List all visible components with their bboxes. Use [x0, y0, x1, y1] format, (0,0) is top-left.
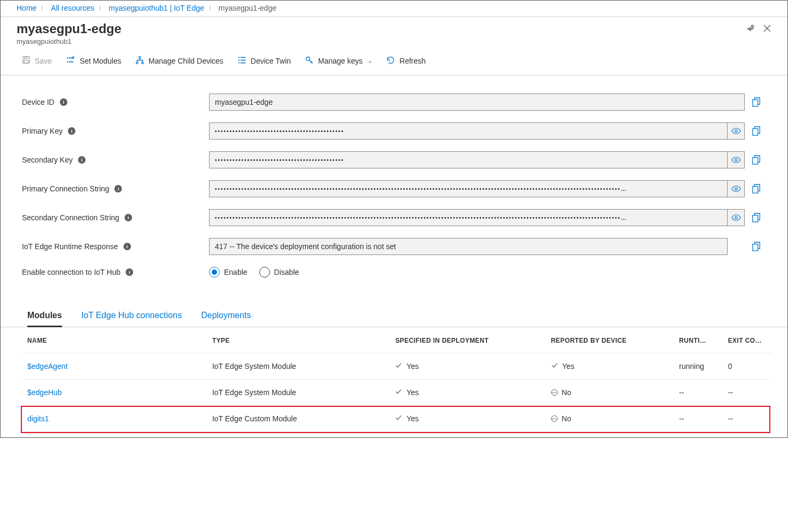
runtime-response-label: IoT Edge Runtime Response	[22, 242, 118, 251]
reported-value: No	[562, 388, 571, 397]
copy-icon[interactable]	[745, 155, 768, 165]
tab-iot-edge-hub-connections[interactable]: IoT Edge Hub connections	[81, 311, 182, 327]
breadcrumb-current: myasegpu1-edge	[219, 4, 276, 12]
svg-rect-14	[238, 62, 240, 63]
copy-icon[interactable]	[745, 97, 768, 107]
specified-value: Yes	[406, 362, 419, 371]
breadcrumb-home[interactable]: Home	[17, 4, 36, 12]
svg-point-9	[142, 61, 143, 63]
refresh-button[interactable]: Refresh	[386, 56, 426, 66]
chevron-right-icon: 〉	[41, 4, 47, 12]
col-type[interactable]: TYPE	[207, 327, 390, 353]
module-type: IoT Edge System Module	[207, 380, 390, 406]
info-icon[interactable]: i	[78, 156, 86, 164]
copy-icon[interactable]	[745, 184, 768, 194]
svg-rect-2	[24, 60, 28, 63]
svg-rect-17	[753, 100, 758, 106]
svg-rect-15	[241, 62, 245, 63]
exit-code-value: --	[723, 380, 771, 406]
enable-radio[interactable]: Enable	[209, 267, 248, 277]
info-icon[interactable]: i	[60, 98, 67, 106]
breadcrumb-all-resources[interactable]: All resources	[51, 4, 94, 12]
enable-conn-label: Enable connection to IoT Hub	[22, 268, 120, 276]
device-twin-button[interactable]: Device Twin	[237, 56, 291, 66]
runtime-value: --	[674, 406, 722, 432]
module-name-link[interactable]: $edgeHub	[27, 388, 62, 397]
col-specified[interactable]: SPECIFIED IN DEPLOYMENT	[390, 327, 545, 353]
svg-rect-11	[241, 57, 245, 58]
device-id-label: Device ID	[22, 98, 55, 106]
page-title: myasegpu1-edge	[17, 21, 121, 36]
reveal-icon[interactable]	[728, 151, 745, 168]
check-icon	[395, 414, 402, 423]
copy-icon[interactable]	[745, 242, 768, 251]
info-icon[interactable]: i	[68, 127, 75, 135]
tab-deployments[interactable]: Deployments	[201, 311, 251, 327]
svg-point-20	[735, 159, 737, 161]
primary-conn-field[interactable]: ••••••••••••••••••••••••••••••••••••••••…	[209, 180, 728, 197]
manage-keys-button[interactable]: Manage keys ⌄	[305, 56, 372, 66]
secondary-conn-field[interactable]: ••••••••••••••••••••••••••••••••••••••••…	[209, 209, 728, 226]
close-icon[interactable]	[763, 24, 771, 34]
exit-code-value: 0	[723, 353, 771, 380]
primary-key-label: Primary Key	[22, 127, 63, 135]
manage-child-devices-button[interactable]: Manage Child Devices	[135, 56, 223, 66]
check-icon	[395, 388, 402, 397]
svg-rect-13	[241, 59, 245, 60]
svg-rect-19	[753, 129, 758, 135]
svg-rect-12	[238, 59, 240, 60]
table-row[interactable]: digits1IoT Edge Custom ModuleYes—No----	[22, 406, 771, 432]
module-name-link[interactable]: digits1	[27, 414, 49, 423]
copy-icon[interactable]	[745, 126, 768, 136]
svg-point-4	[67, 61, 68, 63]
refresh-icon	[386, 56, 395, 66]
svg-point-7	[139, 56, 141, 58]
secondary-key-label: Secondary Key	[22, 156, 73, 164]
reveal-icon[interactable]	[728, 122, 745, 140]
info-icon[interactable]: i	[123, 243, 131, 250]
toolbar: Save Set Modules Manage Child Devices De…	[1, 45, 787, 75]
svg-point-16	[306, 57, 310, 60]
svg-rect-26	[753, 244, 758, 251]
svg-point-18	[735, 130, 737, 133]
save-button: Save	[22, 56, 52, 66]
runtime-response-field[interactable]: 417 -- The device's deployment configura…	[209, 238, 728, 255]
info-icon[interactable]: i	[114, 185, 122, 192]
info-icon[interactable]: i	[126, 268, 133, 276]
set-modules-button[interactable]: Set Modules	[66, 55, 121, 66]
reveal-icon[interactable]	[728, 180, 745, 197]
info-icon[interactable]: i	[125, 214, 132, 221]
table-row[interactable]: $edgeHubIoT Edge System ModuleYes—No----	[22, 380, 771, 406]
specified-value: Yes	[406, 414, 419, 423]
key-icon	[305, 56, 314, 66]
save-icon	[22, 56, 30, 66]
list-icon	[237, 56, 246, 66]
primary-key-field[interactable]: ••••••••••••••••••••••••••••••••••••••••…	[209, 122, 728, 140]
chevron-right-icon: 〉	[98, 4, 104, 12]
svg-point-22	[735, 188, 737, 190]
svg-point-3	[67, 57, 68, 59]
col-runtime[interactable]: RUNTI…	[674, 327, 722, 353]
svg-rect-21	[753, 158, 758, 164]
tab-modules[interactable]: Modules	[27, 311, 62, 327]
runtime-value: --	[674, 380, 722, 406]
pin-icon[interactable]	[746, 24, 755, 35]
copy-icon[interactable]	[745, 213, 768, 222]
breadcrumb-hub[interactable]: myasegpuiothub1 | IoT Edge	[109, 4, 204, 12]
col-reported[interactable]: REPORTED BY DEVICE	[546, 327, 674, 353]
modules-icon	[66, 55, 75, 66]
svg-rect-10	[238, 57, 240, 58]
reveal-icon[interactable]	[728, 209, 745, 226]
secondary-key-field[interactable]: ••••••••••••••••••••••••••••••••••••••••…	[209, 151, 728, 168]
col-name[interactable]: NAME	[22, 327, 207, 353]
chevron-down-icon: ⌄	[368, 58, 372, 64]
module-name-link[interactable]: $edgeAgent	[27, 362, 68, 371]
table-row[interactable]: $edgeAgentIoT Edge System ModuleYesYesru…	[22, 353, 771, 380]
secondary-conn-label: Secondary Connection String	[22, 213, 119, 222]
modules-table: NAME TYPE SPECIFIED IN DEPLOYMENT REPORT…	[22, 327, 771, 432]
device-id-field[interactable]: myasegpu1-edge	[209, 94, 745, 111]
col-exit[interactable]: EXIT CO…	[723, 327, 771, 353]
disable-radio[interactable]: Disable	[259, 267, 299, 277]
hierarchy-icon	[135, 56, 144, 66]
svg-rect-1	[25, 57, 27, 59]
